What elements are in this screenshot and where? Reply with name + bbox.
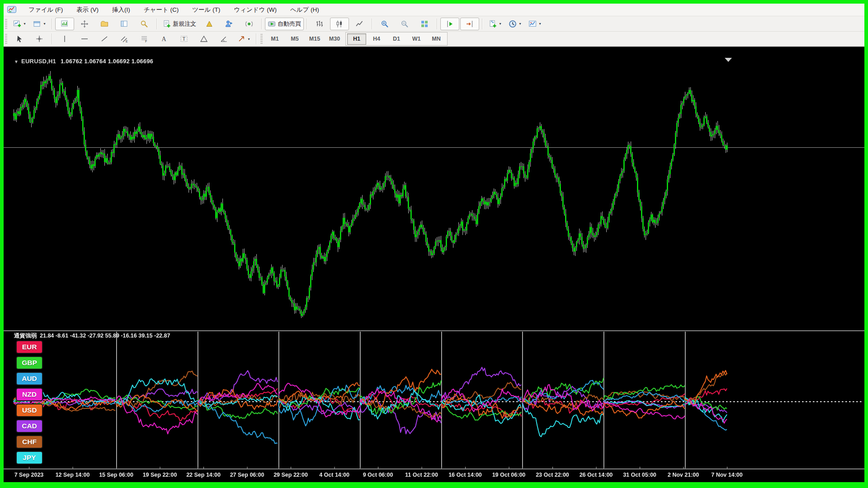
cursor-tool[interactable] bbox=[10, 33, 29, 45]
chevron-down-icon[interactable]: ▾ bbox=[499, 22, 501, 26]
ohlc-values: 1.06762 1.06764 1.06692 1.06696 bbox=[61, 58, 153, 65]
metaeditor-icon bbox=[205, 20, 213, 28]
currency-button-chf[interactable]: CHF bbox=[16, 435, 43, 449]
currency-button-cad[interactable]: CAD bbox=[16, 419, 43, 433]
shapes-icon bbox=[200, 35, 208, 43]
menu-tools[interactable]: ツール (T) bbox=[185, 6, 227, 14]
profiles-button[interactable]: ▾ bbox=[30, 18, 49, 30]
currency-button-nzd[interactable]: NZD bbox=[16, 388, 43, 401]
timeframe-m15-button[interactable]: M15 bbox=[305, 33, 324, 45]
zoom-out-button[interactable] bbox=[395, 18, 414, 30]
chevron-down-icon[interactable]: ▾ bbox=[24, 22, 25, 26]
crosshair-icon bbox=[35, 35, 43, 43]
time-axis-label: 27 Sep 06:00 bbox=[230, 472, 264, 478]
time-axis-label: 19 Oct 06:00 bbox=[492, 472, 526, 478]
arrows-tool[interactable]: ▾ bbox=[234, 33, 253, 45]
timeframe-h4-button[interactable]: H4 bbox=[367, 33, 386, 45]
toolbar-separator bbox=[256, 33, 257, 44]
bars-icon bbox=[316, 20, 324, 28]
timeframe-m30-button[interactable]: M30 bbox=[325, 33, 344, 45]
chart-shift-button[interactable] bbox=[460, 18, 479, 30]
chevron-down-icon[interactable]: ▾ bbox=[43, 22, 45, 26]
new-chart-button[interactable]: ▾ bbox=[10, 18, 29, 30]
templates-button[interactable]: ▾ bbox=[525, 18, 544, 30]
toolbar-separator bbox=[307, 19, 307, 29]
vertical-line-tool[interactable] bbox=[55, 33, 74, 45]
toolbar-grip[interactable] bbox=[5, 34, 7, 44]
text-label-icon: T bbox=[180, 35, 188, 43]
terminal-button[interactable] bbox=[95, 18, 114, 30]
chart-symbol-label: ▼EURUSD,H11.06762 1.06764 1.06692 1.0669… bbox=[14, 58, 153, 65]
timeframe-w1-button[interactable]: W1 bbox=[407, 33, 426, 45]
menu-file[interactable]: ファイル (F) bbox=[22, 6, 70, 14]
time-axis-label: 11 Oct 22:00 bbox=[405, 472, 438, 478]
menu-charts[interactable]: チャート (C) bbox=[137, 6, 185, 14]
tile-windows-button[interactable] bbox=[415, 18, 434, 30]
indicator-label: 通貨強弱21.84 -8.61 -41.32 -27.92 55.89 -16.… bbox=[14, 332, 170, 340]
menu-help[interactable]: ヘルプ (H) bbox=[283, 6, 326, 14]
channel-icon: E bbox=[120, 35, 128, 43]
auto-trading-button[interactable]: 自動売買 bbox=[265, 18, 304, 30]
periods-button[interactable]: ▾ bbox=[505, 18, 524, 30]
timeframe-m1-button[interactable]: M1 bbox=[265, 33, 284, 45]
equidistant-channel-tool[interactable]: E bbox=[115, 33, 134, 45]
angle-tool[interactable] bbox=[214, 33, 233, 45]
data-window-button[interactable] bbox=[115, 18, 134, 30]
currency-button-aud[interactable]: AUD bbox=[16, 372, 43, 385]
chevron-down-icon[interactable]: ▾ bbox=[248, 37, 250, 41]
svg-text:A: A bbox=[162, 36, 167, 42]
search-button[interactable] bbox=[135, 18, 154, 30]
collapse-triangle-icon[interactable]: ▼ bbox=[14, 59, 19, 64]
search-icon bbox=[140, 20, 148, 28]
horizontal-line-tool[interactable] bbox=[75, 33, 94, 45]
new-order-icon bbox=[163, 20, 171, 28]
new-order-button[interactable]: 新規注文 bbox=[160, 18, 199, 30]
standard-toolbar: ▾▾新規注文自動売買▾▾▾ bbox=[4, 16, 864, 32]
svg-text:E: E bbox=[126, 40, 128, 43]
menu-window[interactable]: ウィンドウ (W) bbox=[227, 6, 283, 14]
timeframe-d1-button[interactable]: D1 bbox=[387, 33, 406, 45]
currency-button-eur[interactable]: EUR bbox=[16, 340, 43, 354]
new-chart-icon bbox=[13, 20, 21, 28]
menu-insert[interactable]: 挿入(I) bbox=[105, 6, 137, 14]
toolbar-grip[interactable] bbox=[260, 34, 263, 44]
timeframe-m5-button[interactable]: M5 bbox=[285, 33, 304, 45]
templates-icon bbox=[528, 20, 537, 28]
text-label-tool[interactable]: T bbox=[175, 33, 193, 45]
terminal-icon bbox=[100, 20, 108, 28]
bar-chart-button[interactable] bbox=[310, 18, 329, 30]
timeframe-h1-button[interactable]: H1 bbox=[347, 33, 366, 45]
timeframe-mn-button[interactable]: MN bbox=[427, 33, 446, 45]
indicators-button[interactable]: ▾ bbox=[486, 18, 505, 30]
candlestick-chart-button[interactable] bbox=[330, 18, 349, 30]
toolbar-separator bbox=[482, 19, 483, 29]
menu-bar: ファイル (F) 表示 (V) 挿入(I) チャート (C) ツール (T) ウ… bbox=[4, 4, 864, 16]
line-chart-button[interactable] bbox=[350, 18, 369, 30]
chevron-down-icon[interactable]: ▾ bbox=[539, 22, 541, 26]
time-axis-label: 9 Oct 06:00 bbox=[363, 472, 393, 478]
indicator-values: 21.84 -8.61 -41.32 -27.92 55.89 -16.16 3… bbox=[40, 333, 170, 339]
menu-view[interactable]: 表示 (V) bbox=[70, 6, 105, 14]
indicators-icon bbox=[489, 20, 497, 28]
auto-scroll-button[interactable] bbox=[440, 18, 459, 30]
currency-button-jpy[interactable]: JPY bbox=[16, 451, 43, 465]
toolbar-grip[interactable] bbox=[5, 19, 7, 29]
market-watch-button[interactable] bbox=[55, 18, 74, 30]
navigator-button[interactable] bbox=[75, 18, 94, 30]
crosshair-tool[interactable] bbox=[30, 33, 49, 45]
chart-area[interactable] bbox=[4, 47, 864, 482]
news-button[interactable] bbox=[240, 18, 259, 30]
currency-button-usd[interactable]: USD bbox=[16, 404, 43, 417]
trendline-tool[interactable] bbox=[95, 33, 114, 45]
auto-trading-button-label: 自動売買 bbox=[278, 20, 301, 28]
zoom-in-button[interactable] bbox=[375, 18, 394, 30]
metaeditor-button[interactable] bbox=[200, 18, 219, 30]
time-axis-label: 7 Nov 14:00 bbox=[711, 472, 742, 478]
strategy-tester-button[interactable] bbox=[220, 18, 239, 30]
fibonacci-tool[interactable]: F bbox=[135, 33, 154, 45]
text-tool[interactable]: A bbox=[155, 33, 174, 45]
currency-button-gbp[interactable]: GBP bbox=[16, 356, 43, 370]
chevron-down-icon[interactable]: ▾ bbox=[519, 22, 521, 26]
shapes-tool[interactable] bbox=[194, 33, 213, 45]
line-chart-icon bbox=[355, 20, 363, 28]
